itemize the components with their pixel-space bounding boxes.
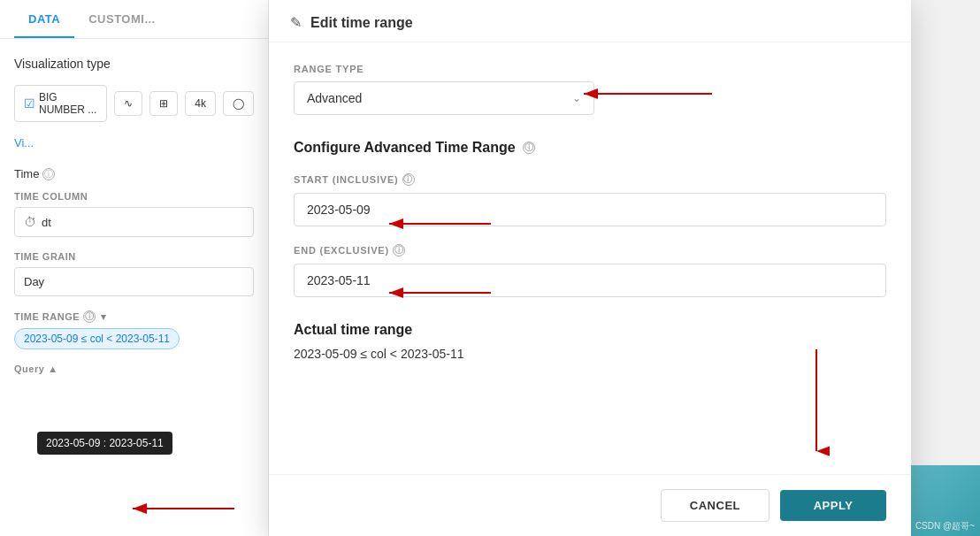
edit-time-range-modal: ✎ Edit time range RANGE TYPE Advanced ⌄ … — [269, 0, 911, 536]
start-info-icon[interactable]: ⓘ — [402, 173, 415, 186]
end-label: END (EXCLUSIVE) ⓘ — [294, 244, 886, 257]
end-info-icon[interactable]: ⓘ — [393, 244, 405, 257]
modal-title: Edit time range — [310, 15, 413, 31]
view-link[interactable]: Vi... — [14, 136, 254, 149]
tab-data[interactable]: DATA — [14, 0, 74, 38]
actual-time-value: 2023-05-09 ≤ col < 2023-05-11 — [294, 347, 886, 361]
4k-option[interactable]: 4k — [185, 91, 216, 116]
big-number-option[interactable]: ☑ BIG NUMBER ... — [14, 85, 107, 122]
watermark: CSDN @超哥~ — [915, 520, 975, 532]
time-info-icon[interactable]: ⓘ — [42, 168, 55, 180]
big-number-icon: ☑ — [24, 96, 35, 111]
time-range-badge[interactable]: 2023-05-09 ≤ col < 2023-05-11 — [14, 328, 180, 349]
tab-customize[interactable]: CUSTOMI... — [74, 0, 170, 38]
range-type-select[interactable]: Advanced ⌄ — [294, 81, 594, 115]
table-option[interactable]: ⊞ — [149, 91, 178, 116]
time-field-title: Time ⓘ — [14, 167, 254, 180]
time-grain-label: TIME GRAIN — [14, 251, 254, 262]
apply-button[interactable]: APPLY — [780, 490, 886, 521]
4k-label: 4k — [195, 97, 206, 110]
line-chart-option[interactable]: ∿ — [114, 91, 142, 116]
range-type-label: RANGE TYPE — [294, 64, 886, 74]
time-range-label-row: TIME RANGE ⓘ ▾ — [14, 310, 254, 323]
more-option[interactable]: ◯ — [223, 91, 254, 116]
visualization-type-label: Visualization type — [14, 57, 254, 71]
clock-icon: ⏱ — [24, 215, 36, 229]
time-grain-value[interactable]: Day — [14, 267, 254, 296]
modal-footer: CANCEL APPLY — [269, 474, 911, 536]
left-content: Visualization type ☑ BIG NUMBER ... ∿ ⊞ … — [0, 39, 268, 392]
table-icon: ⊞ — [159, 97, 168, 110]
start-label: START (INCLUSIVE) ⓘ — [294, 173, 886, 186]
query-section: Query ▲ — [14, 364, 254, 374]
time-range-tooltip: 2023-05-09 : 2023-05-11 — [37, 432, 172, 455]
left-panel: DATA CUSTOMI... Visualization type ☑ BIG… — [0, 0, 269, 536]
viz-options: ☑ BIG NUMBER ... ∿ ⊞ 4k ◯ — [14, 85, 254, 122]
modal-body: RANGE TYPE Advanced ⌄ Configure Advanced… — [269, 42, 911, 474]
more-icon: ◯ — [233, 97, 244, 110]
end-date-input[interactable] — [294, 264, 886, 297]
cancel-button[interactable]: CANCEL — [661, 489, 769, 522]
time-section: Time ⓘ TIME COLUMN ⏱ dt TIME GRAIN Day T… — [14, 167, 254, 349]
edit-icon: ✎ — [290, 14, 302, 31]
time-grain-section: TIME GRAIN Day — [14, 251, 254, 296]
time-column-field: ⏱ dt — [14, 207, 254, 237]
range-type-chevron-icon: ⌄ — [572, 92, 581, 104]
modal-header: ✎ Edit time range — [269, 0, 911, 42]
time-range-dropdown-icon[interactable]: ▾ — [101, 311, 107, 323]
time-column-label: TIME COLUMN — [14, 191, 254, 202]
actual-time-title: Actual time range — [294, 322, 886, 338]
tabs: DATA CUSTOMI... — [0, 0, 268, 39]
start-date-input[interactable] — [294, 193, 886, 226]
query-label: Query ▲ — [14, 364, 254, 374]
configure-title: Configure Advanced Time Range ⓘ — [294, 140, 886, 156]
time-range-info-icon[interactable]: ⓘ — [83, 310, 96, 323]
configure-info-icon[interactable]: ⓘ — [523, 142, 535, 154]
line-icon: ∿ — [124, 97, 133, 110]
query-chevron-icon: ▲ — [48, 364, 57, 374]
